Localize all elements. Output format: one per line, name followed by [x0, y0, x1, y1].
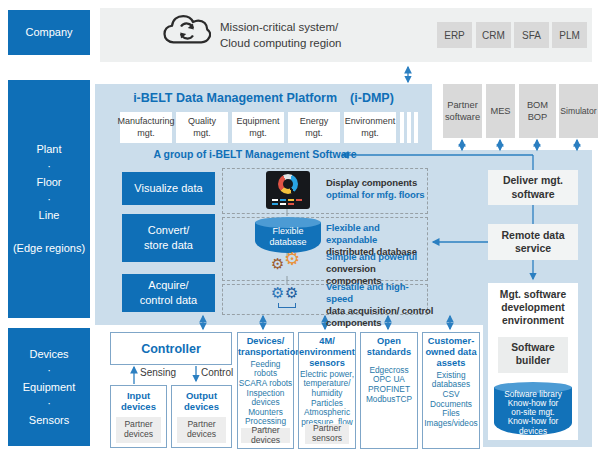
dashboard-mini-row [272, 199, 302, 201]
software-library-label: Software library Know-how for on-site mg… [494, 390, 572, 436]
cloud-sync-icon [163, 13, 211, 49]
cloud-region-label: Mission-critical system/ Cloud computing… [220, 19, 341, 51]
partner-devices-label: Partner devices [124, 420, 153, 440]
dev-environment-box: Mgt. software development environment So… [488, 283, 578, 440]
partner-sensors-chip: Partner sensors [305, 424, 349, 444]
function-acquire-control: Acquire/ control data [122, 274, 215, 312]
column-title: Open standards [361, 336, 417, 358]
output-devices-box: Output devices Partner devices [171, 385, 232, 448]
acquisition-components-line: data acquisition/ control components [326, 305, 434, 329]
partner-sensors-label: Partner sensors [312, 424, 342, 444]
dashboard-display-icon [266, 171, 310, 209]
column-title: Devices/ transportation [238, 336, 293, 358]
deliver-label: Deliver mgt. software [503, 174, 563, 200]
rail-box-partner-software: Partner software [443, 84, 482, 138]
component-text-display: Display components optimal for mfg. floo… [326, 177, 430, 201]
system-chip-crm: CRM [476, 22, 511, 48]
mgt-app-ellipsis-bar [400, 112, 404, 143]
sidebar-item-devices: Devices · Equipment · Sensors [8, 328, 90, 446]
column-open-standards: Open standards Edgecross OPC UA PROFINET… [360, 332, 418, 449]
conversion-components-line: Simple and powerful [326, 251, 430, 263]
column-items: Existing databases CSV Documents Files I… [423, 371, 479, 428]
partner-devices-chip: Partner devices [241, 428, 290, 443]
platform-title-row: i-BELT Data Management Platform (i-DMP) [95, 89, 432, 107]
output-partner-devices-chip: Partner devices [177, 417, 226, 443]
output-devices-label: Output devices [172, 390, 231, 412]
sensing-label: Sensing [140, 367, 176, 378]
manufacturing-mgt-label: Manufacturing mgt. [117, 116, 174, 139]
acquire-control-label: Acquire/ control data [140, 278, 197, 308]
input-devices-label: Input devices [111, 390, 166, 412]
acquisition-components-line: Versatile and high-speed [326, 281, 434, 305]
system-chip-sfa: SFA [514, 22, 549, 48]
partner-devices-label: Partner devices [187, 420, 216, 440]
mgt-app-energy: Energy mgt. [288, 112, 340, 143]
sfa-label: SFA [522, 30, 541, 41]
platform-title: i-BELT Data Management Platform [133, 91, 337, 105]
rail-box-bom-bop: BOM BOP [519, 84, 556, 138]
sidebar-item-edge-regions: Plant · Floor · Line (Edge regions) [8, 80, 90, 318]
dev-environment-title: Mgt. software development environment [488, 289, 578, 328]
mgt-app-ellipsis-bar [407, 112, 411, 143]
software-builder-label: Software builder [511, 342, 555, 368]
partner-software-label: Partner software [445, 99, 480, 123]
system-chip-plm: PLM [552, 22, 587, 48]
controller-box: Controller [110, 332, 232, 365]
column-items: Edgecross OPC UA PROFINET ModbusTCP [361, 366, 417, 404]
control-label: Control [201, 367, 233, 378]
acquisition-gears-icon: ⚙ [271, 285, 284, 300]
mgt-app-environment: Environment mgt. [344, 112, 396, 143]
column-title: 4M/ environment sensors [299, 336, 355, 369]
group-caption: A group of i-BELT Management Software [150, 147, 360, 161]
environment-mgt-label: Environment mgt. [345, 116, 396, 139]
platform-title-abbr: (i-DMP) [350, 91, 394, 105]
ibelt-architecture-diagram: Company Plant · Floor · Line (Edge regio… [0, 0, 600, 452]
mgt-app-manufacturing: Manufacturing mgt. [120, 112, 172, 143]
remote-label: Remote data service [501, 229, 564, 255]
simulator-label: Simulator [560, 106, 596, 116]
mgt-app-equipment: Equipment mgt. [232, 112, 284, 143]
input-devices-box: Input devices Partner devices [110, 385, 167, 448]
database-components-line: Flexible and expandable [326, 222, 430, 246]
edge-regions-label: Plant · Floor · Line (Edge regions) [13, 141, 85, 257]
quality-mgt-label: Quality mgt. [188, 116, 216, 139]
crm-label: CRM [482, 30, 505, 41]
component-text-acquisition: Versatile and high-speed data acquisitio… [326, 281, 434, 329]
company-label: Company [25, 24, 72, 41]
partner-devices-label: Partner devices [241, 426, 290, 446]
mes-label: MES [490, 106, 510, 116]
deliver-mgt-software-box: Deliver mgt. software [488, 170, 578, 205]
bom-bop-label: BOM BOP [527, 99, 548, 123]
mgt-app-quality: Quality mgt. [176, 112, 228, 143]
remote-data-service-box: Remote data service [488, 224, 578, 260]
erp-label: ERP [444, 30, 465, 41]
plm-label: PLM [559, 30, 580, 41]
group-caption-label: A group of i-BELT Management Software [153, 148, 356, 160]
acquisition-gears-icon: ⚙ [285, 285, 298, 300]
rail-box-simulator: Simulator [559, 84, 598, 138]
convert-store-label: Convert/ store data [144, 223, 193, 253]
rail-box-mes: MES [486, 84, 515, 138]
flexible-database-cylinder: Flexible database [255, 217, 321, 253]
gauge-donut [278, 174, 298, 194]
energy-mgt-label: Energy mgt. [300, 116, 329, 139]
function-visualize: Visualize data [122, 172, 215, 205]
devices-label: Devices · Equipment · Sensors [23, 346, 76, 429]
visualize-label: Visualize data [134, 181, 202, 196]
system-chip-erp: ERP [437, 22, 472, 48]
flexible-database-label: Flexible database [255, 226, 321, 249]
conversion-gears-icon: ⚙ [271, 256, 284, 271]
equipment-mgt-label: Equipment mgt. [236, 116, 279, 139]
sidebar-item-company: Company [8, 10, 90, 55]
software-builder-box: Software builder [498, 337, 568, 373]
software-library-cylinder: Software library Know-how for on-site mg… [494, 382, 572, 435]
function-convert-store: Convert/ store data [122, 214, 215, 262]
display-components-line: optimal for mfg. floors [326, 189, 430, 201]
display-components-line: Display components [326, 177, 430, 189]
dashboard-mini-row [272, 203, 294, 205]
acquisition-tray-icon [278, 303, 296, 308]
controller-label: Controller [141, 342, 201, 356]
column-title: Customer- owned data assets [423, 336, 479, 369]
column-customer-owned-data: Customer- owned data assets Existing dat… [422, 332, 480, 449]
input-partner-devices-chip: Partner devices [116, 417, 161, 443]
